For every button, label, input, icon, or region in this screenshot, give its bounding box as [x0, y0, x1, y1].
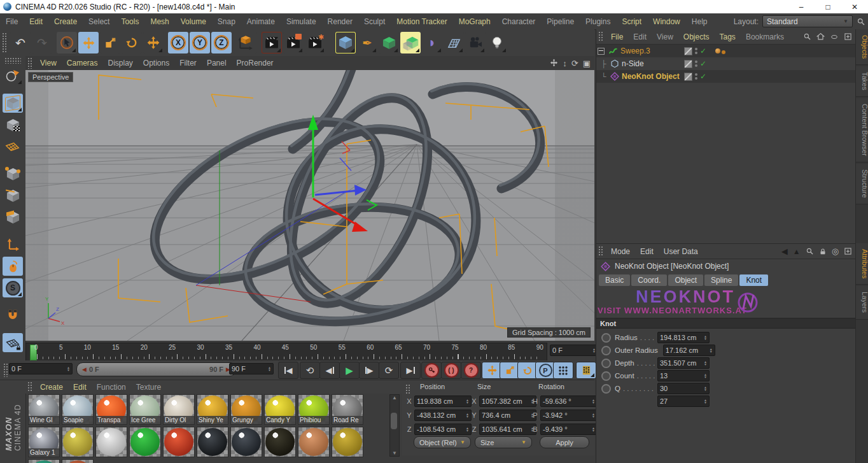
material-scrollbar[interactable]: ▲▼ [389, 394, 400, 457]
environment-floor-button[interactable] [444, 32, 464, 53]
attribute-tab[interactable]: Knot [739, 274, 768, 286]
material-item[interactable]: Phibiou [298, 394, 330, 425]
menu-item[interactable]: Volume [175, 17, 212, 26]
viewport-menu-item[interactable]: Display [102, 59, 137, 68]
visibility-dots[interactable] [695, 61, 697, 67]
timeline-mode-button[interactable] [576, 362, 596, 379]
material-item[interactable]: Wine Gl [28, 394, 60, 425]
scroll-up-icon[interactable]: ▲ [392, 395, 397, 401]
om-menu-item[interactable]: View [652, 32, 678, 41]
play-loop-button[interactable]: ⟳ [379, 362, 399, 379]
material-menu-item[interactable]: Function [92, 383, 131, 392]
knot-section-header[interactable]: Knot [596, 318, 856, 329]
layer-square[interactable] [684, 60, 692, 68]
menu-item[interactable]: File [0, 17, 24, 26]
keyframe-circle[interactable] [601, 346, 611, 355]
layout-dropdown[interactable]: Standard▼ [762, 15, 853, 27]
timeline-ruler[interactable]: 051015202530354045505560657075808590 [25, 343, 547, 361]
om-menu-item[interactable]: Objects [678, 32, 715, 41]
viewport-menu-item[interactable]: Cameras [62, 59, 103, 68]
render-settings-button[interactable]: ✱ [305, 32, 325, 53]
menu-item[interactable]: Sculpt [358, 17, 391, 26]
rotate-tool[interactable] [122, 32, 142, 53]
range-end-field[interactable]: 90 F▲▼ [229, 363, 274, 374]
viewport-menu-item[interactable]: ProRender [232, 59, 279, 68]
lock-icon[interactable] [819, 248, 827, 255]
add-cube-primitive-button[interactable] [335, 32, 356, 53]
last-used-tool[interactable] [143, 32, 164, 53]
material-item[interactable] [197, 427, 228, 457]
om-menu-item[interactable]: Bookmarks [741, 32, 789, 41]
tree-row-nside[interactable]: ├ n-Side ✓ [596, 57, 856, 70]
material-item[interactable] [129, 427, 161, 457]
apply-button[interactable]: Apply [540, 436, 589, 448]
close-button[interactable]: ✕ [841, 0, 868, 13]
object-name[interactable]: n-Side [622, 59, 644, 68]
key-pla-toggle[interactable] [553, 362, 573, 379]
side-tab[interactable]: Layers [856, 286, 868, 319]
material-item[interactable] [62, 427, 94, 457]
path-filter-icon[interactable] [830, 33, 839, 41]
add-panel-icon[interactable] [844, 247, 852, 255]
attribute-tab[interactable]: Coord. [631, 274, 667, 286]
material-item[interactable] [298, 427, 330, 457]
visibility-dots[interactable] [695, 73, 697, 80]
expand-toggle[interactable] [598, 48, 605, 55]
viewport-grip[interactable] [27, 57, 33, 68]
undo-button[interactable]: ↶ [10, 32, 31, 53]
viewport-menu-item[interactable]: Options [138, 59, 174, 68]
phong-tag-icon[interactable] [715, 48, 720, 53]
zoom-view-icon[interactable]: ↕ [563, 59, 567, 68]
snap-settings-button[interactable]: S [3, 278, 23, 297]
viewport-menu-item[interactable]: View [35, 59, 62, 68]
param-value-field[interactable]: 17.162 cm▲▼ [663, 345, 715, 356]
light-button[interactable] [487, 32, 507, 53]
record-keyframe-button[interactable] [421, 362, 442, 379]
material-item[interactable]: Dirty Ol [163, 394, 195, 425]
menu-item[interactable]: Plugins [580, 17, 616, 26]
previous-frame-button[interactable]: ◀ [319, 362, 340, 379]
material-item[interactable]: Ice Gree [129, 394, 161, 425]
position-field[interactable]: 119.838 cm▲▼ [414, 395, 472, 407]
am-menu-item[interactable]: Edit [635, 247, 659, 256]
x-axis-lock[interactable]: X [168, 32, 188, 53]
transport-grip[interactable] [3, 363, 9, 377]
coords-mode-dropdown[interactable]: Object (Rel)▼ [414, 436, 471, 448]
polygons-mode-button[interactable] [3, 208, 23, 227]
material-item[interactable] [230, 427, 262, 457]
spline-pen-button[interactable]: ✒ [357, 32, 377, 53]
material-item[interactable]: Galaxy 1 [28, 427, 60, 457]
history-back-icon[interactable]: ◀ [781, 246, 788, 256]
material-item[interactable]: Shiny Ye [197, 394, 228, 425]
menu-item[interactable]: Pipeline [541, 17, 580, 26]
move-tool[interactable] [78, 32, 99, 53]
side-tab[interactable]: Structure [856, 164, 868, 204]
next-frame-button[interactable]: ▶ [359, 362, 379, 379]
make-editable-button[interactable] [3, 66, 23, 85]
range-start-field[interactable]: 0 F▲▼ [9, 363, 73, 374]
material-item[interactable]: Soapie [62, 394, 94, 425]
menu-item[interactable]: Snap [212, 17, 241, 26]
keyframe-circle[interactable] [601, 371, 611, 381]
workplane-mode-button[interactable] [3, 137, 23, 156]
play-button[interactable]: ▶ [339, 362, 360, 379]
attribute-tab[interactable]: Spline [704, 274, 738, 286]
enable-snap-button[interactable] [3, 306, 23, 325]
menu-item[interactable]: Edit [24, 17, 48, 26]
model-mode-button[interactable] [3, 94, 23, 113]
viewport-canvas[interactable]: Y X Z Perspective Grid Spacing : 1000 cm [25, 70, 594, 341]
lock-workplane-button[interactable] [3, 333, 23, 352]
param-value-field[interactable]: 27▲▼ [657, 395, 710, 407]
material-grip[interactable] [27, 381, 33, 392]
menu-item[interactable]: Render [322, 17, 358, 26]
redo-button[interactable]: ↷ [32, 32, 52, 53]
coords-size-dropdown[interactable]: Size▼ [475, 436, 532, 448]
minimize-button[interactable]: – [788, 0, 815, 13]
generators-sweep-button[interactable] [400, 32, 421, 53]
menu-item[interactable]: Mesh [144, 17, 174, 26]
om-menu-item[interactable]: File [606, 32, 628, 41]
size-field[interactable]: 1035.641 cm▲▼ [479, 424, 536, 435]
layer-square[interactable] [684, 73, 692, 81]
search-icon[interactable] [806, 247, 814, 255]
keyframe-selection-button[interactable]: ? [461, 362, 481, 379]
